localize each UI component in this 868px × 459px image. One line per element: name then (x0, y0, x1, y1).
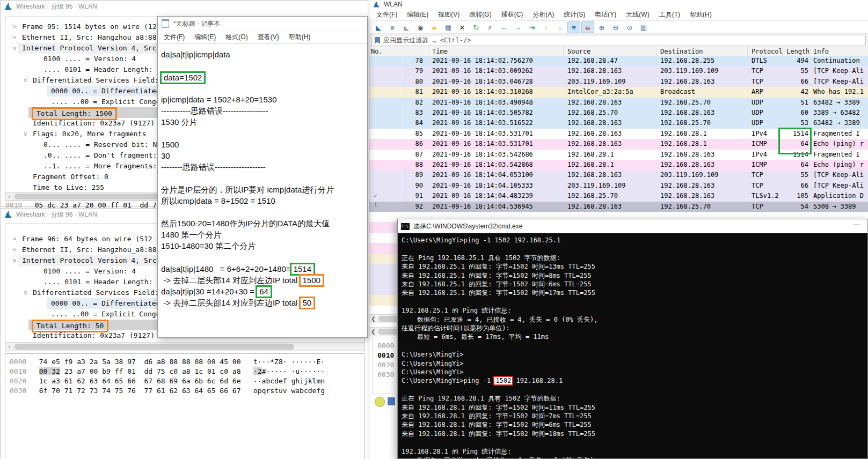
packet-row[interactable]: 842021-09-16 18:14:03.516522192.168.28.1… (369, 118, 868, 128)
go-forward-icon[interactable]: → (512, 21, 524, 33)
column-divider[interactable] (782, 47, 783, 56)
menu-item[interactable]: 帮助(H) (685, 10, 717, 19)
column-divider[interactable] (809, 47, 809, 56)
zoom-out-icon[interactable]: ⊖ (609, 21, 622, 33)
collapse-icon[interactable]: v (24, 287, 27, 298)
column-header-protocol[interactable]: Protocol (752, 47, 783, 56)
packet-row[interactable]: 852021-09-16 18:14:03.531701192.168.28.1… (369, 129, 868, 139)
go-first-icon[interactable]: ↑ (539, 21, 552, 33)
packet-row[interactable]: 902021-09-16 18:14:04.105333203.119.169.… (369, 181, 868, 191)
close-file-icon[interactable]: ✕ (456, 21, 469, 33)
capture-file-icon[interactable] (388, 397, 395, 405)
collapse-icon[interactable]: v (13, 255, 17, 266)
expand-icon[interactable]: > (13, 32, 17, 43)
packet-row[interactable]: 862021-09-16 18:14:03.531701192.168.28.1… (369, 139, 868, 149)
packet-row[interactable]: 832021-09-16 18:14:03.505782192.168.25.7… (369, 108, 868, 118)
column-header-source[interactable]: Source (567, 47, 590, 56)
menu-item[interactable]: 查看(V) (253, 33, 284, 42)
column-divider[interactable] (428, 47, 428, 56)
stop-capture-icon[interactable]: ■ (386, 21, 399, 33)
notepad-text-area[interactable]: da|sa|t|ip|icmp|datadata=1502ip|icmp|dat… (158, 44, 367, 337)
column-header-time[interactable]: Time (432, 47, 448, 56)
column-divider[interactable] (563, 47, 564, 56)
scroll-left-button[interactable]: ‹ (5, 343, 13, 351)
restart-capture-icon[interactable]: ◣ (400, 21, 413, 33)
go-back-icon[interactable]: ← (498, 21, 510, 33)
expert-info-icon[interactable] (375, 397, 385, 407)
menu-item[interactable]: 格式(O) (221, 33, 252, 42)
filter-bar: 应用显示过滤器 … <Ctrl-/> (369, 33, 868, 47)
menu-item[interactable]: 编辑(E) (189, 33, 221, 42)
cmd-titlebar[interactable]: C:\ 选择C:\WINDOWS\system32\cmd.exe — (398, 219, 867, 233)
go-last-icon[interactable]: ↓ (553, 21, 566, 33)
column-header-length[interactable]: Length (786, 47, 809, 56)
cell-destination: 192.168.28.1 (660, 139, 750, 149)
scroll-thumb[interactable] (14, 344, 294, 350)
resize-columns-icon[interactable]: ▥ (637, 21, 650, 33)
column-header-info[interactable]: Info (813, 47, 829, 56)
column-divider[interactable] (656, 47, 657, 56)
go-to-packet-icon[interactable]: ⇥ (526, 21, 538, 33)
collapse-icon[interactable]: v (24, 75, 27, 86)
menu-item[interactable]: 无线(W) (621, 10, 654, 19)
packet-row[interactable]: 822021-09-16 18:14:03.490948192.168.28.1… (369, 98, 868, 108)
capture-options-icon[interactable]: ◉ (414, 21, 427, 33)
zoom-in-icon[interactable]: ⊕ (595, 21, 608, 33)
cmd-content[interactable]: C:\Users\MingYi>ping -1 1502 192.168.25.… (398, 233, 867, 458)
menu-item[interactable]: 统计(S) (559, 10, 590, 19)
expand-icon[interactable]: > (13, 234, 17, 245)
auto-scroll-icon[interactable]: ≡ (567, 21, 580, 33)
menu-item[interactable]: 跳转(G) (464, 10, 496, 19)
packet-row[interactable]: 802021-09-16 18:14:03.046728203.119.169.… (369, 77, 868, 87)
collapse-icon[interactable]: v (24, 129, 27, 139)
menu-item[interactable]: 编辑(E) (402, 10, 433, 19)
display-filter-input[interactable]: 应用显示过滤器 … <Ctrl-/> (371, 35, 866, 46)
expand-icon[interactable]: > (13, 245, 17, 255)
notepad-line: -----------思路错误----------------- (161, 105, 366, 116)
cell-no: 87 (369, 150, 423, 160)
menu-item[interactable]: 工具(T) (654, 10, 685, 19)
menu-item[interactable]: 帮助(H) (284, 33, 316, 42)
collapse-icon[interactable]: v (13, 43, 17, 54)
expand-icon[interactable]: > (13, 21, 17, 32)
packet-row[interactable]: 892021-09-16 18:14:04.053100192.168.28.1… (369, 170, 868, 180)
hex-row[interactable]: 0010 00 32 23 a7 00 b9 ff 01 dd 75 c0 a8… (10, 367, 325, 376)
menu-item[interactable]: 捕获(C) (497, 10, 528, 19)
packet-row[interactable]: 782021-09-16 18:14:02.756270192.168.28.4… (369, 56, 868, 66)
packet-row[interactable]: 812021-09-16 18:14:03.310268IntelCor_a3:… (369, 87, 868, 97)
tree-hscrollbar[interactable]: ‹ (5, 342, 364, 351)
hex-row[interactable]: 0030 6f 70 71 72 73 74 75 76 77 61 62 63… (10, 386, 325, 396)
column-header-destination[interactable]: Destination (660, 47, 703, 56)
menu-item[interactable]: 文件(F) (159, 33, 189, 42)
open-file-icon[interactable]: ▰ (428, 21, 441, 33)
packet-row[interactable]: └922021-09-16 18:14:04.536945192.168.28.… (369, 202, 868, 212)
reload-icon[interactable]: ↻ (470, 21, 483, 33)
hex-row[interactable]: 0020 1c a3 61 62 63 64 65 66 67 68 69 6a… (10, 376, 325, 386)
menu-item[interactable]: 视图(V) (433, 10, 464, 19)
menu-item[interactable]: 电话(Y) (590, 10, 621, 19)
scroll-left-button[interactable]: ❮ (369, 315, 377, 323)
hex-row[interactable]: 0000 74 e5 f9 a3 2a 5a 38 97 d6 a8 88 88… (10, 357, 325, 367)
save-file-icon[interactable]: ▦ (442, 21, 455, 33)
packet-row[interactable]: 882021-09-16 18:14:03.542868192.168.28.1… (369, 160, 868, 170)
win95-titlebar[interactable]: Wireshark · 分组 95 · WLAN (1, 1, 368, 12)
minimize-button[interactable]: — (853, 220, 860, 228)
scroll-left-button[interactable]: ‹ (5, 193, 13, 201)
colorize-icon[interactable]: ≣ (581, 21, 594, 33)
win96-hex-pane[interactable]: 0000 74 e5 f9 a3 2a 5a 38 97 d6 a8 88 88… (5, 353, 364, 459)
bookmark-icon[interactable] (375, 37, 380, 44)
cell-source: 192.168.28.47 (567, 56, 659, 66)
packet-row[interactable]: 792021-09-16 18:14:03.009262192.168.28.1… (369, 66, 868, 76)
column-header-no[interactable]: No. (371, 47, 383, 56)
notepad-titlebar[interactable]: *无标题 - 记事本 (158, 17, 367, 31)
menu-item[interactable]: 文件(F) (371, 10, 402, 19)
packet-row[interactable]: ✓912021-09-16 18:14:04.483239192.168.25.… (369, 191, 868, 201)
main-titlebar[interactable]: WLAN (369, 0, 868, 9)
zoom-original-icon[interactable]: ⊙ (623, 21, 636, 33)
find-packet-icon[interactable]: ⌕ (484, 21, 497, 33)
menu-item[interactable]: 分析(A) (528, 10, 559, 19)
column-divider[interactable] (747, 47, 748, 56)
start-capture-icon[interactable]: ◣ (372, 21, 385, 33)
scroll-left-button[interactable]: ❮ (369, 328, 377, 336)
packet-row[interactable]: 872021-09-16 18:14:03.542686192.168.28.1… (369, 150, 868, 160)
